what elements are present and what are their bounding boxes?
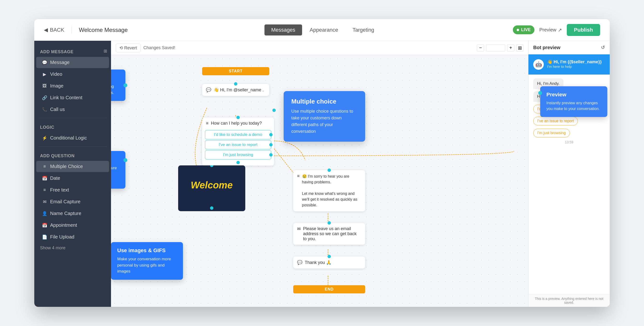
image-node[interactable]: Welcome	[178, 166, 245, 211]
images-tooltip-title: Use images & GIFS	[117, 248, 177, 254]
flow-canvas[interactable]: START 💬 👋 Hi, I'm @seller_name .	[111, 55, 528, 307]
preview-label: Preview	[539, 27, 556, 32]
sidebar-divider-2	[38, 146, 107, 147]
mc-question-node[interactable]: ≡ How can I help you today? I'd like to …	[202, 118, 274, 166]
sidebar-item-conditional-label: Conditional Logic	[50, 135, 87, 141]
greeting-top-dot	[234, 82, 237, 86]
sidebar-item-name[interactable]: 👤 Name Capture	[36, 208, 109, 219]
bot-preview-header: Bot preview ↺	[528, 41, 610, 54]
start-node: START	[202, 67, 269, 75]
sidebar-item-message-label: Message	[50, 60, 70, 65]
sidebar-item-link[interactable]: 🔗 Link to Content	[36, 92, 109, 103]
sidebar-item-email[interactable]: ✉ Email Capture	[36, 196, 109, 207]
questions-tooltip: Questions Use question objects to captur…	[111, 151, 126, 189]
show-more-label: Show 4 more	[40, 246, 66, 250]
chat-header-text: 👋 Hi, I'm {{$seller_name}} I'm here to h…	[547, 59, 602, 68]
chat-header: 🤖 👋 Hi, I'm {{$seller_name}} I'm here to…	[528, 54, 610, 74]
fit-screen-button[interactable]: ⊞	[516, 44, 524, 52]
list-icon: ≡	[206, 121, 208, 126]
greeting-node[interactable]: 💬 👋 Hi, I'm @seller_name .	[202, 84, 269, 96]
greeting-text: 👋 Hi, I'm @seller_name .	[214, 87, 264, 92]
mc-right-dot	[272, 108, 276, 112]
messages-tooltip-title: Messages	[111, 75, 119, 81]
main-body: Add Message ⊞ 💬 Message ▶ Video 🖼 Image …	[34, 41, 610, 307]
questions-tooltip-body: Use question objects to capture any info…	[111, 165, 119, 184]
questions-tooltip-title: Questions	[111, 156, 119, 162]
sidebar-item-fileupload[interactable]: 📄 File Upload	[36, 231, 109, 242]
chat-choice-2[interactable]: I've an issue to report	[533, 117, 578, 125]
refresh-icon[interactable]: ↺	[601, 44, 605, 50]
mc-bottom-dot	[236, 161, 240, 164]
sidebar-item-conditional[interactable]: ⚡ Conditional Logic	[36, 132, 109, 144]
sidebar-item-date[interactable]: 📅 Date	[36, 172, 109, 184]
live-label: LIVE	[521, 27, 530, 32]
mc-question-content: ≡ How can I help you today?	[202, 118, 274, 129]
bot-greeting: 👋 Hi, I'm {{$seller_name}}	[547, 59, 602, 64]
preview-button[interactable]: Preview ↗	[539, 27, 562, 33]
video-icon: ▶	[42, 72, 47, 77]
changes-saved-label: Changes Saved!	[144, 45, 175, 50]
email-content: ✉ Please leave us an email address so we…	[293, 223, 365, 245]
choice-1[interactable]: I'd like to schedule a demo	[205, 130, 271, 139]
thanks-content: 💬 Thank you 🙏	[293, 256, 365, 268]
add-message-section-title: Add Message	[38, 46, 79, 56]
tab-messages[interactable]: Messages	[264, 24, 302, 36]
topbar-right: LIVE Preview ↗ Publish	[513, 24, 600, 36]
choice-2[interactable]: I've an issue to report	[205, 140, 271, 149]
issue-content: ≡ 😢 I'm sorry to hear you are having pro…	[293, 170, 365, 212]
thanks-node[interactable]: 💬 Thank you 🙏	[293, 256, 365, 268]
sidebar-item-appointment[interactable]: 📅 Appointment	[36, 220, 109, 231]
messages-tooltip: Messages Build out your bot by dragging …	[111, 70, 126, 101]
sidebar-item-link-label: Link to Content	[50, 95, 82, 100]
choice-1-dot	[269, 133, 272, 136]
zoom-slider[interactable]	[486, 44, 505, 52]
link-icon: 🔗	[42, 95, 47, 100]
revert-button[interactable]: ⟲ Revert	[116, 44, 140, 52]
zoom-in-button[interactable]: +	[507, 44, 514, 52]
messages-tooltip-dot	[124, 84, 127, 87]
questions-section-title: Add Question	[34, 150, 111, 160]
date-icon: 📅	[42, 176, 47, 181]
start-label: START	[202, 67, 269, 75]
issue-node[interactable]: ≡ 😢 I'm sorry to hear you are having pro…	[293, 170, 365, 212]
welcome-text: Welcome	[183, 170, 240, 200]
sidebar-item-callus[interactable]: 📞 Call us	[36, 104, 109, 115]
back-button[interactable]: ◀ BACK	[44, 27, 64, 33]
thanks-top-dot	[328, 255, 331, 258]
chat-choice-3[interactable]: I'm just browsing	[533, 129, 570, 137]
end-node: END	[293, 285, 365, 294]
conditional-icon: ⚡	[42, 136, 47, 141]
thanks-text: Thank you 🙏	[305, 260, 331, 265]
logic-section-title: Logic	[34, 121, 111, 132]
appointment-icon: 📅	[42, 223, 47, 228]
mc-top-dot	[236, 116, 240, 119]
sidebar-item-date-label: Date	[50, 176, 60, 181]
tab-targeting[interactable]: Targeting	[346, 24, 381, 36]
show-more-button[interactable]: Show 4 more	[34, 243, 111, 253]
email-top-dot	[328, 221, 331, 224]
sidebar-item-message[interactable]: 💬 Message	[36, 57, 109, 68]
multiple-choice-icon: ≡	[42, 164, 47, 169]
email-node[interactable]: ✉ Please leave us an email address so we…	[293, 223, 365, 245]
issue-icon: ≡	[297, 174, 300, 178]
questions-tooltip-dot	[124, 158, 127, 162]
sidebar-item-freetext[interactable]: ≡ Free text	[36, 184, 109, 196]
choice-3[interactable]: I'm just browsing	[205, 150, 271, 160]
mc-question-text: How can I help you today?	[211, 121, 262, 126]
sidebar-item-image[interactable]: 🖼 Image	[36, 80, 109, 92]
tab-appearance[interactable]: Appearance	[303, 24, 345, 36]
zoom-controls: − + ⊞	[477, 44, 524, 52]
sidebar-item-video[interactable]: ▶ Video	[36, 68, 109, 80]
issue-top-dot	[328, 168, 331, 172]
chat-timestamp: 13:59	[533, 140, 605, 144]
main-window: ◀ BACK Welcome Message Messages Appearan…	[34, 19, 610, 307]
greeting-content: 💬 👋 Hi, I'm @seller_name .	[202, 84, 269, 96]
sidebar-item-image-label: Image	[50, 83, 64, 89]
publish-button[interactable]: Publish	[567, 24, 600, 36]
sidebar-item-callus-label: Call us	[50, 107, 65, 112]
topbar-divider	[72, 26, 72, 34]
zoom-out-button[interactable]: −	[477, 44, 484, 52]
sidebar-item-video-label: Video	[50, 72, 62, 77]
live-dot	[517, 29, 519, 31]
sidebar-item-multiple-choice[interactable]: ≡ Multiple Choice	[36, 161, 109, 172]
